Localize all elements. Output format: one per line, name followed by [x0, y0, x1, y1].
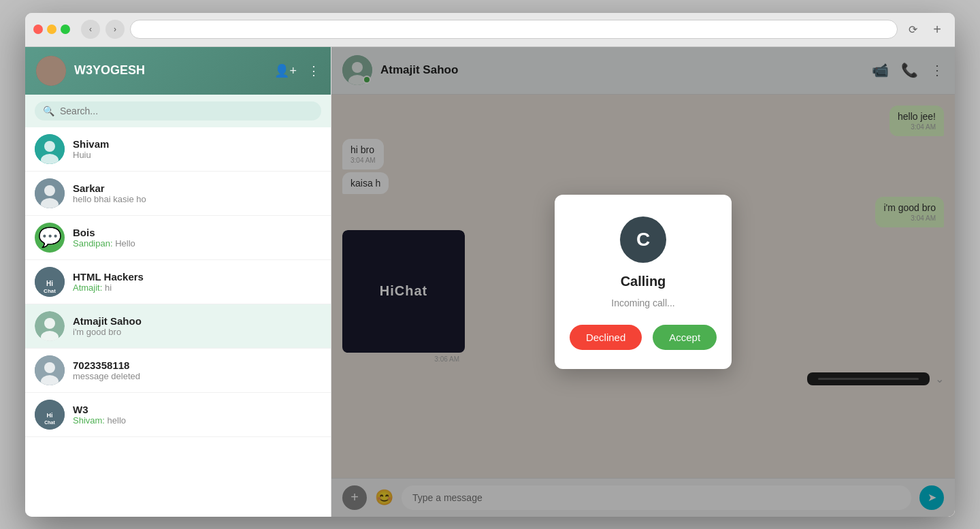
contact-list: Shivam Huiu Sarkar hello bhai kasie ho [25, 127, 331, 517]
caller-avatar: C [620, 217, 666, 263]
sidebar-header: W3YOGESH 👤+ ⋮ [25, 47, 331, 95]
contact-info-7023358118: 7023358118 message deleted [73, 359, 321, 381]
contact-item-sarkar[interactable]: Sarkar hello bhai kasie ho [25, 172, 331, 216]
sidebar-header-icons: 👤+ ⋮ [274, 63, 320, 78]
contact-item-bois[interactable]: 💬 Bois Sandipan: Hello [25, 216, 331, 260]
contact-avatar-sarkar [35, 178, 65, 208]
close-button[interactable] [33, 25, 43, 34]
contact-item-atmajit[interactable]: Atmajit Sahoo i'm good bro [25, 304, 331, 349]
user-avatar [36, 56, 66, 86]
contact-preview-shivam: Huiu [73, 150, 321, 160]
contact-preview-atmajit: i'm good bro [73, 327, 321, 337]
contact-avatar-7023358118 [35, 355, 65, 385]
contact-item-7023358118[interactable]: 7023358118 message deleted [25, 349, 331, 393]
call-subtitle: Incoming call... [611, 298, 674, 308]
contact-name-bois: Bois [73, 227, 321, 238]
titlebar: ‹ › ⟳ + [25, 13, 955, 47]
browser-window: ‹ › ⟳ + W3YOGESH 👤+ ⋮ 🔍 [25, 13, 955, 517]
search-icon: 🔍 [43, 106, 54, 116]
svg-point-1 [44, 141, 55, 152]
app-container: W3YOGESH 👤+ ⋮ 🔍 Shivam [25, 47, 955, 517]
svg-point-4 [44, 185, 55, 196]
call-overlay: C Calling Incoming call... Declined Acce… [331, 47, 955, 517]
svg-text:Chat: Chat [44, 420, 55, 425]
back-button[interactable]: ‹ [81, 20, 100, 39]
minimize-button[interactable] [47, 25, 56, 34]
preview-sender-bois: Sandipan: [73, 238, 115, 249]
contact-avatar-shivam [35, 134, 65, 164]
preview-sender-w3: Shivam: [73, 415, 108, 426]
contact-info-atmajit: Atmajit Sahoo i'm good bro [73, 315, 321, 337]
maximize-button[interactable] [61, 25, 70, 34]
search-input-wrap: 🔍 [35, 101, 321, 121]
decline-button[interactable]: Declined [570, 325, 642, 350]
contact-preview-7023358118: message deleted [73, 371, 321, 381]
contact-name-html-hackers: HTML Hackers [73, 271, 321, 283]
contact-preview-html-hackers: Atmajit: hi [73, 283, 321, 293]
contact-preview-w3: Shivam: hello [73, 415, 321, 426]
search-bar-container: 🔍 [25, 95, 331, 127]
svg-point-10 [44, 318, 55, 329]
contact-avatar-w3: HiChat [35, 400, 65, 430]
svg-point-13 [44, 362, 55, 373]
contact-item-html-hackers[interactable]: HiChat HTML Hackers Atmajit: hi [25, 260, 331, 304]
url-bar[interactable] [130, 20, 898, 39]
sidebar: W3YOGESH 👤+ ⋮ 🔍 Shivam [25, 47, 331, 517]
contact-name-shivam: Shivam [73, 138, 321, 150]
add-contact-icon[interactable]: 👤+ [274, 63, 297, 78]
contact-info-shivam: Shivam Huiu [73, 138, 321, 160]
contact-info-html-hackers: HTML Hackers Atmajit: hi [73, 271, 321, 293]
contact-avatar-html-hackers: HiChat [35, 267, 65, 297]
contact-name-atmajit: Atmajit Sahoo [73, 315, 321, 327]
contact-name-w3: W3 [73, 404, 321, 415]
contact-info-sarkar: Sarkar hello bhai kasie ho [73, 182, 321, 204]
contact-info-w3: W3 Shivam: hello [73, 404, 321, 426]
sidebar-user-name: W3YOGESH [74, 63, 266, 78]
contact-item-shivam[interactable]: Shivam Huiu [25, 127, 331, 172]
new-tab-button[interactable]: + [928, 20, 947, 39]
menu-icon[interactable]: ⋮ [308, 63, 320, 78]
call-actions: Declined Accept [570, 325, 717, 350]
contact-avatar-atmajit [35, 311, 65, 341]
search-input[interactable] [60, 106, 313, 116]
contact-name-sarkar: Sarkar [73, 182, 321, 194]
chat-area: Atmajit Sahoo 📹 📞 ⋮ hello jee! 3:04 AM [331, 47, 955, 517]
contact-info-bois: Bois Sandipan: Hello [73, 227, 321, 249]
contact-name-7023358118: 7023358118 [73, 359, 321, 371]
forward-button[interactable]: › [105, 20, 125, 39]
svg-text:Hi: Hi [47, 412, 53, 419]
svg-text:Chat: Chat [44, 288, 56, 294]
call-title: Calling [621, 274, 666, 289]
traffic-lights [33, 25, 70, 34]
call-modal: C Calling Incoming call... Declined Acce… [555, 195, 732, 369]
preview-sender-html-hackers: Atmajit: [73, 283, 105, 293]
reload-button[interactable]: ⟳ [903, 20, 922, 39]
svg-text:Hi: Hi [46, 280, 53, 287]
accept-button[interactable]: Accept [653, 325, 717, 350]
contact-preview-bois: Sandipan: Hello [73, 238, 321, 249]
contact-item-w3[interactable]: HiChat W3 Shivam: hello [25, 393, 331, 437]
contact-preview-sarkar: hello bhai kasie ho [73, 194, 321, 204]
contact-avatar-bois: 💬 [35, 223, 65, 253]
